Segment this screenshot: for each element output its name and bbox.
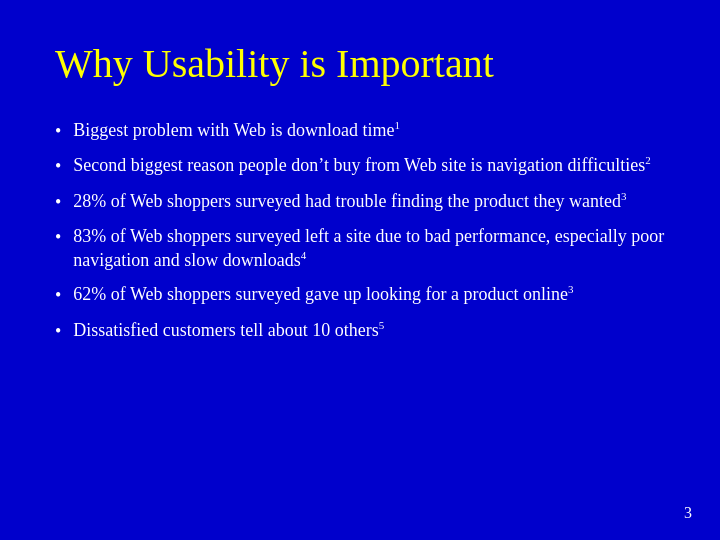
bullet-symbol: • [55,190,61,214]
bullet-text: Second biggest reason people don’t buy f… [73,153,665,177]
list-item: •28% of Web shoppers surveyed had troubl… [55,189,665,214]
superscript: 3 [568,283,574,295]
list-item: •Biggest problem with Web is download ti… [55,118,665,143]
bullet-symbol: • [55,225,61,249]
list-item: •Dissatisfied customers tell about 10 ot… [55,318,665,343]
page-number: 3 [684,504,692,522]
superscript: 1 [395,119,401,131]
bullet-symbol: • [55,283,61,307]
superscript: 4 [301,249,307,261]
bullet-text: 62% of Web shoppers surveyed gave up loo… [73,282,665,306]
bullet-symbol: • [55,154,61,178]
bullet-symbol: • [55,319,61,343]
bullet-text: 28% of Web shoppers surveyed had trouble… [73,189,665,213]
list-item: •Second biggest reason people don’t buy … [55,153,665,178]
bullet-text: Dissatisfied customers tell about 10 oth… [73,318,665,342]
list-item: •62% of Web shoppers surveyed gave up lo… [55,282,665,307]
slide-title: Why Usability is Important [55,40,665,88]
bullet-symbol: • [55,119,61,143]
slide: Why Usability is Important •Biggest prob… [0,0,720,540]
superscript: 3 [621,190,627,202]
bullet-list: •Biggest problem with Web is download ti… [55,118,665,343]
superscript: 2 [645,154,651,166]
superscript: 5 [379,319,385,331]
list-item: •83% of Web shoppers surveyed left a sit… [55,224,665,273]
bullet-text: 83% of Web shoppers surveyed left a site… [73,224,665,273]
bullet-text: Biggest problem with Web is download tim… [73,118,665,142]
